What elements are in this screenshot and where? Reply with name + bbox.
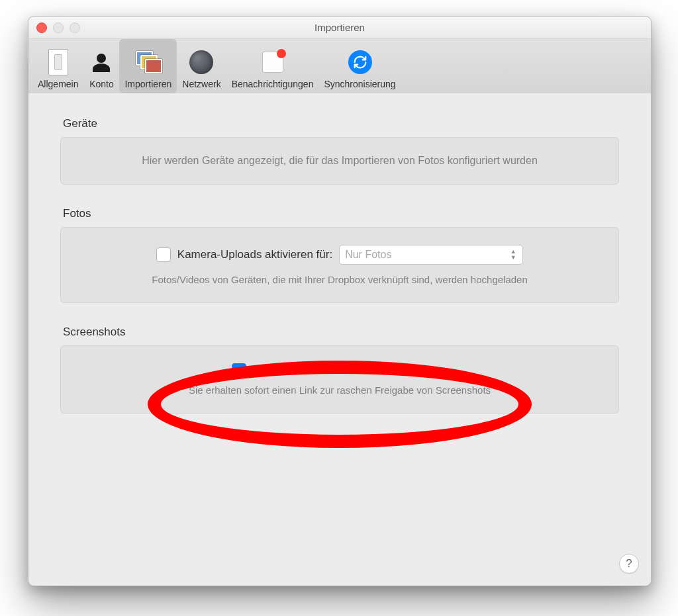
- titlebar: Importieren: [28, 17, 651, 39]
- person-silhouette-icon: [89, 50, 114, 75]
- tab-notifications-label: Benachrichtigungen: [232, 79, 314, 89]
- photos-panel: Kamera-Uploads aktivieren für: Nur Fotos…: [60, 227, 619, 303]
- tab-general[interactable]: Allgemein: [32, 39, 83, 93]
- photos-heading: Fotos: [63, 207, 619, 220]
- content-pane: Geräte Hier werden Geräte angezeigt, die…: [28, 93, 651, 586]
- camera-uploads-select[interactable]: Nur Fotos ▲▼: [339, 245, 523, 265]
- tab-import-label: Importieren: [124, 79, 171, 89]
- tab-sync[interactable]: Synchronisierung: [318, 39, 401, 93]
- screenshot-sharing-checkbox[interactable]: [232, 363, 246, 378]
- window-title: Importieren: [28, 17, 651, 38]
- help-icon: ?: [626, 557, 632, 570]
- sync-arrows-icon: [348, 50, 373, 75]
- camera-uploads-label: Kamera-Uploads aktivieren für:: [177, 248, 332, 261]
- notifications-icon: [260, 50, 285, 75]
- screenshots-panel: Freigabe von Screenshots mit Dropbox Sie…: [60, 345, 619, 414]
- tab-account[interactable]: Konto: [83, 39, 119, 93]
- screenshots-heading: Screenshots: [63, 326, 619, 339]
- tab-network[interactable]: Netzwerk: [177, 39, 226, 93]
- tab-general-label: Allgemein: [38, 79, 78, 89]
- camera-uploads-note: Fotos/Videos von Geräten, die mit Ihrer …: [79, 274, 600, 285]
- tab-sync-label: Synchronisierung: [324, 79, 395, 89]
- preferences-toolbar: Allgemein Konto Importieren Netzwerk Ben…: [28, 39, 651, 94]
- preferences-window: Importieren Allgemein Konto Importieren …: [28, 16, 652, 586]
- camera-uploads-select-value: Nur Fotos: [345, 249, 391, 261]
- photo-stack-icon: [136, 50, 161, 75]
- screenshot-sharing-note: Sie erhalten sofort einen Link zur rasch…: [79, 384, 600, 396]
- tab-notifications[interactable]: Benachrichtigungen: [226, 39, 319, 93]
- devices-panel: Hier werden Geräte angezeigt, die für da…: [60, 137, 619, 185]
- tab-network-label: Netzwerk: [182, 79, 220, 89]
- tab-account-label: Konto: [89, 79, 114, 89]
- tab-import[interactable]: Importieren: [119, 39, 177, 93]
- updown-arrows-icon: ▲▼: [508, 247, 518, 262]
- help-button[interactable]: ?: [619, 554, 639, 574]
- network-globe-icon: [189, 50, 214, 75]
- switch-icon: [46, 50, 71, 75]
- camera-uploads-checkbox[interactable]: [156, 247, 171, 262]
- devices-empty-text: Hier werden Geräte angezeigt, die für da…: [79, 155, 600, 167]
- screenshot-sharing-label: Freigabe von Screenshots mit Dropbox: [253, 364, 448, 377]
- devices-heading: Geräte: [63, 117, 619, 130]
